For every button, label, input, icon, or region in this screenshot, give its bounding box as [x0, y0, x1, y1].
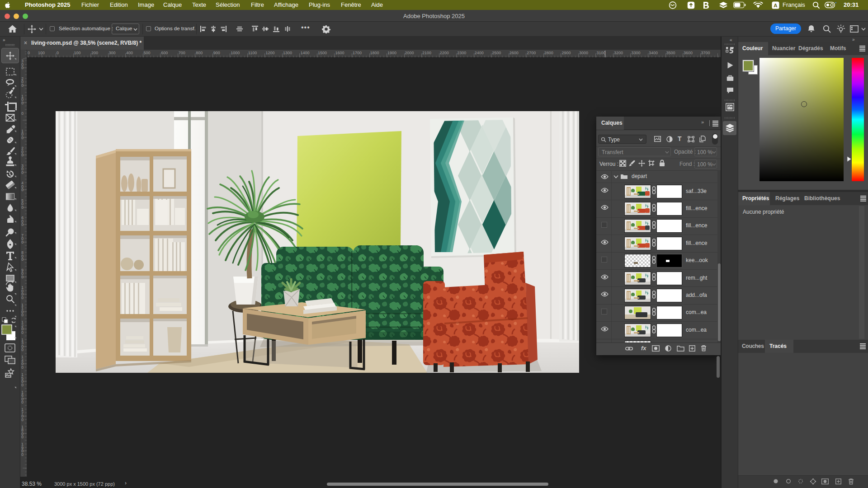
svg-text:A: A: [774, 3, 777, 8]
